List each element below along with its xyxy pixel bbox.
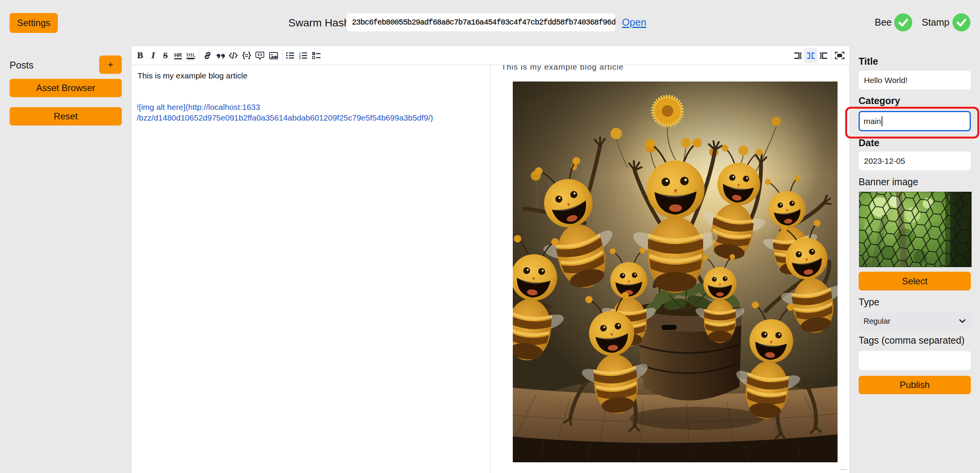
svg-text:1: 1 [299, 52, 301, 55]
svg-text:3: 3 [299, 57, 301, 59]
